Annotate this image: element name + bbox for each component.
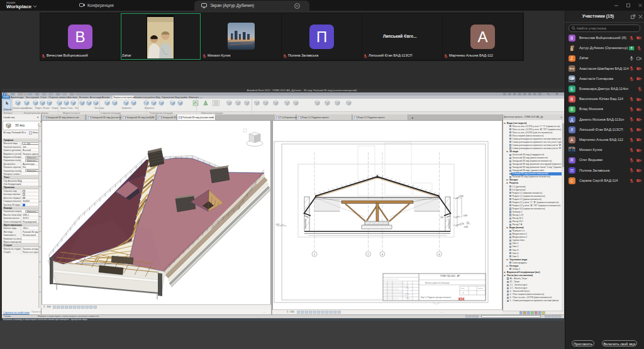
svg-text:Вигляд на дерев`яні балки даху: Вигляд на дерев`яні балки даху (425, 282, 450, 284)
svg-text:+4,56: +4,56 (458, 195, 464, 197)
svg-text:-0,06: -0,06 (275, 223, 279, 226)
svg-text:ПЗМК-ПД-0000 - АР: ПЗМК-ПД-0000 - АР (440, 275, 460, 277)
svg-text:-0,06: -0,06 (464, 226, 468, 228)
svg-text:Разр 1-1 Подрезка проекции пол: Разр 1-1 Подрезка проекции положення (421, 296, 452, 299)
svg-text:150: 150 (440, 216, 443, 219)
svg-text:-4,40: -4,40 (463, 214, 467, 217)
svg-text:КН: КН (458, 297, 464, 301)
svg-text:+1,50: +1,50 (459, 223, 464, 225)
svg-text:Листов: Листов (478, 287, 483, 289)
svg-text:Лист: Лист (461, 287, 465, 289)
